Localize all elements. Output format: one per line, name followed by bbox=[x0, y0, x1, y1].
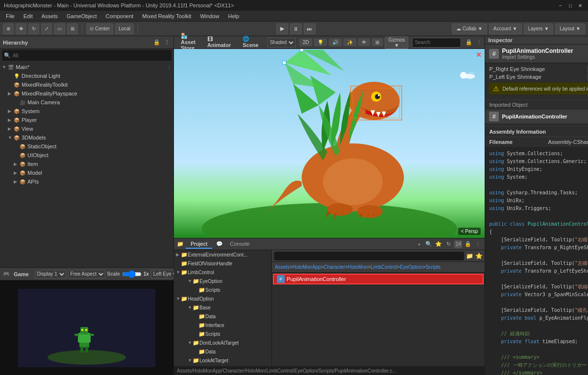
tree-item-main[interactable]: ▼ 🎬 Main* ⋮ bbox=[0, 63, 173, 71]
file-pupil-anim[interactable]: # PupilAnimationController bbox=[273, 274, 484, 284]
toolbar-btn-move[interactable]: ✥ bbox=[16, 23, 26, 34]
code-block: using System.Collections; using System.C… bbox=[485, 147, 588, 375]
hierarchy-search[interactable]: 🔍 bbox=[2, 50, 172, 61]
scene-audio-btn[interactable]: 🔊 bbox=[329, 39, 342, 46]
minimize-btn[interactable]: − bbox=[557, 1, 564, 9]
menu-window[interactable]: Window bbox=[196, 12, 223, 20]
scene-view[interactable]: ✕ < Persp bbox=[174, 49, 485, 238]
scene-hidden-btn[interactable]: 👁 bbox=[358, 39, 370, 46]
tree-item-maincam[interactable]: 🎥 Main Camera bbox=[0, 98, 173, 107]
tree-item-view[interactable]: ▶ 📦 View bbox=[0, 124, 173, 133]
folder-label12: Data bbox=[205, 349, 270, 354]
game-controls: Display 1 Free Aspect Scale 1x Left Eye bbox=[35, 270, 180, 279]
game-aspect-select[interactable]: Free Aspect bbox=[68, 270, 105, 279]
scene-close-btn[interactable]: ✕ bbox=[476, 51, 482, 59]
scene-light-btn[interactable]: 💡 bbox=[314, 39, 327, 46]
folder-limbcontrol[interactable]: ▼ 📁 LimbControl bbox=[174, 268, 271, 277]
folder-headoption[interactable]: ▼ 📁 HeadOption bbox=[174, 294, 271, 303]
center-area: 🏪 Asset Store 🎞 Animator 🌐 Scene Shaded … bbox=[174, 36, 485, 375]
layers-btn[interactable]: Layers ▼ bbox=[524, 23, 554, 34]
scene-grid-btn[interactable]: ⊞ bbox=[372, 39, 383, 46]
hierarchy-options-icon[interactable]: ⋮ bbox=[167, 65, 173, 70]
persp-label[interactable]: < Persp bbox=[458, 228, 481, 235]
account-btn[interactable]: Account ▼ bbox=[489, 23, 522, 34]
scene-lock-icon[interactable]: 🔒 bbox=[465, 39, 473, 47]
tree-item-item[interactable]: ▶ 📦 Item bbox=[0, 160, 173, 168]
tree-item-staticobj[interactable]: 📦 StaticObject bbox=[0, 142, 173, 151]
toolbar-btn-rect[interactable]: ▭ bbox=[54, 23, 65, 34]
collab-btn[interactable]: ☁ Collab ▼ bbox=[452, 23, 487, 34]
hierarchy-menu-icon[interactable]: ⋮ bbox=[163, 39, 171, 47]
scene-menu-icon[interactable]: ⋮ bbox=[475, 39, 483, 47]
bottom-menu-icon[interactable]: ⋮ bbox=[474, 240, 482, 248]
files-star-icon[interactable]: ⭐ bbox=[475, 253, 483, 259]
menu-component[interactable]: Component bbox=[101, 12, 137, 20]
tab-project[interactable]: Project bbox=[186, 240, 212, 249]
folder-scripts[interactable]: 📁 Scripts bbox=[174, 285, 271, 294]
toolbar-btn-scale[interactable]: ⤢ bbox=[41, 23, 52, 34]
folder-dontlook[interactable]: ▼ 📁 DontLookAtTarget bbox=[174, 338, 271, 347]
game-scale-val: 1x bbox=[144, 271, 149, 277]
folder-data1[interactable]: 📁 Data bbox=[174, 312, 271, 321]
shading-select[interactable]: Shaded bbox=[268, 38, 295, 47]
menu-gameobject[interactable]: GameObject bbox=[63, 12, 101, 20]
scene-fx-btn[interactable]: ✨ bbox=[343, 39, 356, 46]
local-btn[interactable]: Local bbox=[115, 23, 134, 34]
menu-help[interactable]: Help bbox=[224, 12, 244, 20]
folder-base[interactable]: ▼ 📁 Base bbox=[174, 303, 271, 312]
close-btn[interactable]: ✕ bbox=[576, 1, 584, 9]
tree-item-apis[interactable]: ▶ 📦 APIs bbox=[0, 177, 173, 186]
bottom-fav-icon[interactable]: ⭐ bbox=[435, 240, 442, 248]
maximize-btn[interactable]: □ bbox=[566, 1, 574, 9]
toolbar-btn-transform[interactable]: ⊕ bbox=[3, 23, 14, 34]
game-display-select[interactable]: Display 1 bbox=[35, 270, 66, 279]
bottom-add-btn[interactable]: + bbox=[415, 240, 423, 248]
game-scale-slider[interactable] bbox=[122, 272, 142, 277]
toolbar-btn-multi[interactable]: ⊞ bbox=[67, 23, 78, 34]
center-btn[interactable]: ⊙ Center bbox=[86, 23, 113, 34]
scene-2d-btn[interactable]: 2D bbox=[299, 39, 313, 46]
folder-interface[interactable]: 📁 Interface bbox=[174, 321, 271, 329]
folder-scripts2[interactable]: 📁 Scripts bbox=[174, 329, 271, 338]
bottom-refresh-icon[interactable]: ↻ bbox=[444, 240, 452, 248]
tree-item-dirlight[interactable]: 💡 Directional Light bbox=[0, 71, 173, 80]
scene-search-input[interactable] bbox=[412, 38, 461, 47]
play-btn[interactable]: ▶ bbox=[276, 23, 288, 34]
folder-label2: FieldOfVisionHandle bbox=[188, 261, 270, 266]
folder-fovhandle[interactable]: 📁 FieldOfVisionHandle bbox=[174, 259, 271, 268]
tree-arrow-sys: ▶ bbox=[8, 109, 14, 114]
folder-data2[interactable]: 📁 Data bbox=[174, 347, 271, 356]
layout-btn[interactable]: Layout ▼ bbox=[555, 23, 585, 34]
tab-console[interactable]: Console bbox=[225, 240, 254, 249]
menu-assets[interactable]: Assets bbox=[38, 12, 62, 20]
tab-scene[interactable]: 🌐 Scene bbox=[238, 35, 263, 50]
step-btn[interactable]: ⏭ bbox=[304, 23, 316, 34]
hierarchy-lock-icon[interactable]: 🔒 bbox=[153, 39, 161, 47]
files-search-input[interactable] bbox=[276, 253, 462, 258]
menu-edit[interactable]: Edit bbox=[20, 12, 37, 20]
menu-file[interactable]: File bbox=[2, 12, 19, 20]
tree-item-uiobj[interactable]: 📦 UIObject bbox=[0, 151, 173, 160]
folder-external[interactable]: ▶ 📁 ExternalEnvironmentCont... bbox=[174, 250, 271, 259]
toolbar-btn-rotate[interactable]: ↻ bbox=[28, 23, 39, 34]
tree-item-mrtoolkit[interactable]: 📦 MixedRealityToolkit bbox=[0, 80, 173, 89]
folder-icon4: 📁 bbox=[193, 278, 199, 284]
toolbar-sep-1 bbox=[82, 24, 82, 34]
tab-animator[interactable]: 🎞 Animator bbox=[202, 35, 236, 50]
tree-item-mrplayspace[interactable]: ▶ 📦 MixedRealityPlayspace bbox=[0, 89, 173, 98]
folder-looktarget[interactable]: ▼ 📁 LookAtTarget bbox=[174, 356, 271, 365]
bottom-content: ▶ 📁 ExternalEnvironmentCont... 📁 FieldOf… bbox=[174, 250, 485, 366]
menu-mixed-reality[interactable]: Mixed Reality Toolkit bbox=[138, 12, 195, 20]
assembly-title: Assembly Information bbox=[485, 127, 588, 137]
gizmos-btn[interactable]: Gizmos ▼ bbox=[385, 36, 408, 49]
folder-eyeoption[interactable]: ▼ 📁 EyeOption bbox=[174, 277, 271, 285]
pause-btn[interactable]: ⏸ bbox=[290, 23, 302, 34]
hierarchy-search-input[interactable] bbox=[13, 53, 170, 58]
pkg-icon11: 📦 bbox=[20, 179, 26, 185]
tree-item-model[interactable]: ▶ 📦 Model bbox=[0, 168, 173, 177]
tree-item-3dmodels[interactable]: ▼ 📦 3DModels bbox=[0, 133, 173, 142]
tree-item-system[interactable]: ▶ 📦 System bbox=[0, 107, 173, 116]
bottom-lock-icon[interactable]: 🔒 bbox=[464, 240, 472, 248]
tree-item-player[interactable]: ▶ 📦 Player bbox=[0, 116, 173, 124]
tree-label-apis: APIs bbox=[27, 179, 173, 185]
